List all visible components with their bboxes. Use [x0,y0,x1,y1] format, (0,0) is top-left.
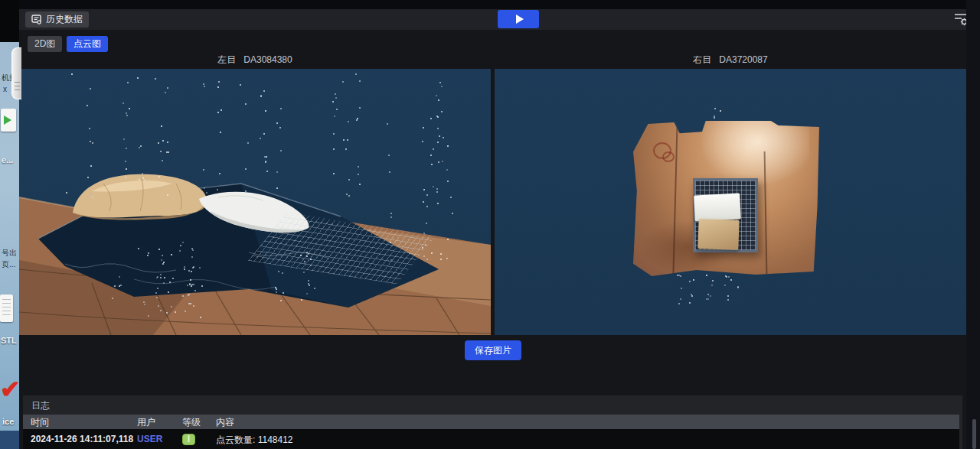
noise-point [334,116,335,117]
noise-point [358,174,359,175]
noise-point [343,139,345,141]
desktop-document-icon[interactable] [0,294,13,322]
noise-point [693,279,694,281]
noise-point [308,253,309,255]
noise-point [276,122,278,124]
noise-point [138,248,139,249]
desktop-icon-label[interactable]: STL [1,336,20,345]
noise-point [162,140,164,142]
log-scrollbar[interactable] [972,419,976,449]
noise-point [389,171,390,173]
desktop-taskbar [0,431,19,449]
noise-point [266,156,267,158]
noise-point [165,92,166,93]
tab-pointcloud[interactable]: 点云图 [67,36,108,52]
log-cell-user: USER [137,434,162,444]
history-data-label: 历史数据 [46,13,83,26]
noise-point [447,239,449,240]
noise-point [301,299,302,301]
tab-2d[interactable]: 2D图 [28,36,62,52]
noise-point [276,171,278,173]
noise-point [681,288,682,289]
noise-point [126,112,127,114]
noise-point [172,278,174,279]
pointcloud-viewport-left[interactable] [19,69,491,335]
save-image-button[interactable]: 保存图片 [465,340,521,360]
noise-point [119,285,120,287]
noise-point [276,288,277,290]
noise-point [193,266,194,268]
desktop-app-icon[interactable] [1,109,16,132]
noise-point [162,255,163,256]
noise-point [442,161,443,162]
noise-point [680,275,681,277]
noise-point [706,275,707,276]
noise-point [201,285,203,287]
noise-point [120,285,122,286]
noise-point [179,250,181,252]
app-window: 历史数据 2D图 点云图 左目DA3084380 右目D [19,0,980,449]
noise-point [122,102,124,104]
noise-point [164,277,165,278]
noise-point [184,268,185,270]
noise-point [441,86,443,87]
noise-point [283,292,284,294]
noise-point [437,203,439,204]
history-data-button[interactable]: 历史数据 [25,11,89,28]
noise-point [188,303,190,304]
noise-point [333,173,335,174]
noise-point [727,299,729,301]
noise-point [446,258,448,259]
noise-point [148,252,149,254]
noise-point [278,271,279,272]
noise-point [89,128,90,129]
noise-point [712,280,714,281]
desktop-icon-label[interactable]: 页... [2,259,21,270]
noise-point [166,312,168,314]
noise-point [431,164,433,165]
noise-point [359,80,361,82]
noise-point [440,253,442,255]
noise-point [447,181,449,182]
noise-point [166,151,168,153]
noise-point [345,148,347,150]
window-right-edge [966,0,980,449]
noise-point [430,155,432,156]
noise-point [162,263,164,265]
play-button[interactable] [498,10,539,28]
noise-point [168,291,169,293]
noise-point [160,274,162,275]
document-lines [2,299,11,316]
noise-point [92,142,93,144]
noise-point [171,254,172,255]
noise-point [707,294,709,295]
desktop-red-logo-icon[interactable]: ✔ [0,378,21,401]
noise-point [71,73,73,75]
noise-point [439,82,441,83]
noise-point [276,291,277,293]
noise-point [137,77,139,79]
noise-point [422,141,423,142]
log-title: 日志 [23,395,962,415]
noise-point [184,266,185,268]
pointcloud-viewport-right[interactable] [495,69,966,335]
noise-point [436,116,438,117]
desktop-icon-label[interactable]: 号出 [2,248,21,259]
noise-point [158,142,159,144]
noise-point [728,276,730,278]
noise-point [333,148,335,150]
noise-point [309,285,310,286]
noise-point [426,259,428,260]
noise-point [388,155,390,156]
noise-point [190,303,191,304]
noise-point [187,285,188,286]
noise-point [160,151,162,152]
log-cell-content: 点云数量: 1148412 [216,434,293,447]
floor-marking [662,151,675,162]
noise-point [306,255,308,257]
noise-point [433,148,434,150]
drawer-handle[interactable] [11,47,21,99]
desktop-icon-label[interactable]: e... [2,155,21,164]
noise-points-cascade [65,241,341,317]
noise-point [308,280,309,281]
